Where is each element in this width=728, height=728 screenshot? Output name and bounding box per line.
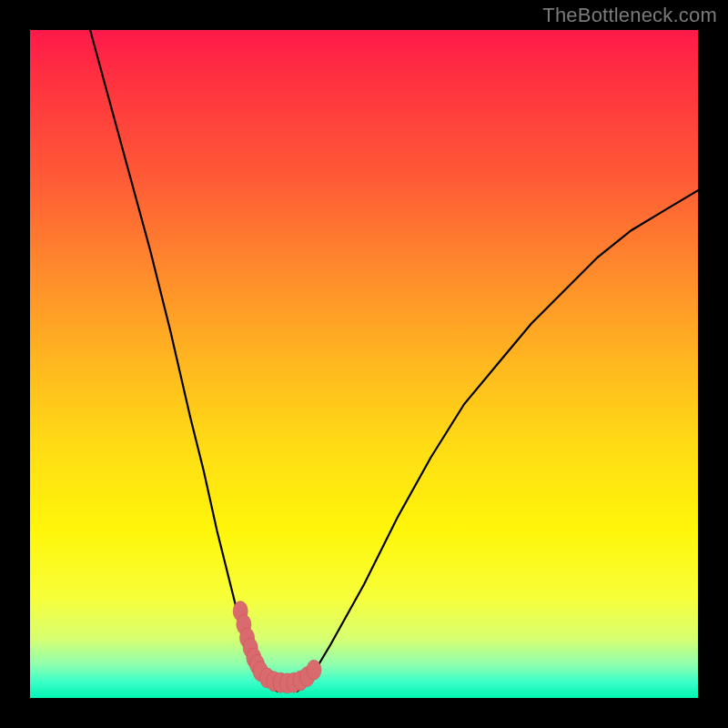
valley-markers-group [233, 602, 321, 693]
left-falling-curve [90, 30, 278, 692]
right-rising-curve [298, 190, 698, 692]
valley-marker [307, 660, 321, 680]
curves-layer [30, 30, 698, 698]
watermark-text: TheBottleneck.com [542, 4, 717, 27]
chart-frame: TheBottleneck.com [0, 0, 728, 728]
plot-area [30, 30, 698, 698]
